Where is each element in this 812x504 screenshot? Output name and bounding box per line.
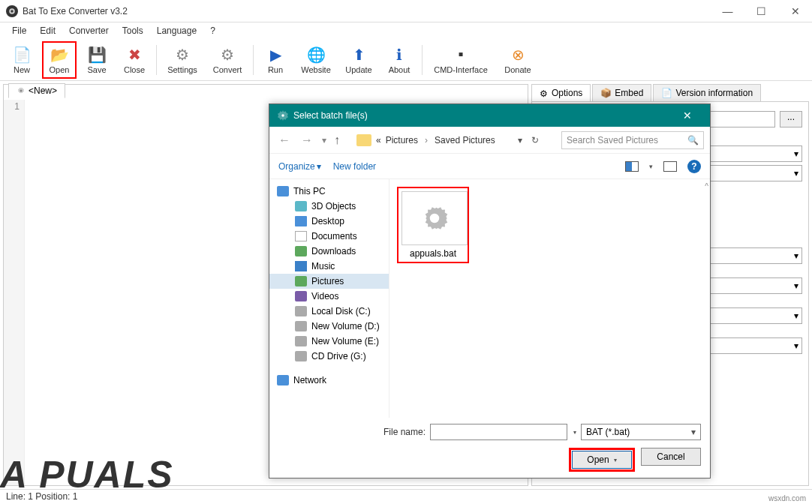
chevron-down-icon[interactable]: ▾ [649,163,653,170]
search-input[interactable]: Search Saved Pictures 🔍 [561,131,704,149]
tab-embed[interactable]: 📦Embed [592,84,651,101]
tree-label: Pictures [311,276,344,286]
tree-item-desktop[interactable]: Desktop [269,214,389,229]
dialog-close-button[interactable]: ✕ [672,110,702,122]
maximize-button[interactable]: ☐ [744,0,778,22]
open-button[interactable]: Open ▾ [572,451,632,469]
search-placeholder: Search Saved Pictures [567,135,658,146]
dialog-titlebar: Select batch file(s) ✕ [269,104,710,127]
preview-pane-button[interactable] [663,161,677,172]
tree-item-local-disk-c-[interactable]: Local Disk (C:) [269,304,389,319]
chevron-down-icon[interactable]: ▾ [573,429,576,436]
3d-icon [295,201,307,212]
dialog-toolbar: Organize ▾ New folder ▾ ? [269,154,710,179]
breadcrumb-2[interactable]: Saved Pictures [435,135,495,146]
menu-edit[interactable]: Edit [34,24,62,38]
file-type-filter[interactable]: BAT (*.bat) ▾ [581,424,701,440]
website-icon: 🌐 [307,46,325,64]
chevron-down-icon: ▾ [794,250,798,261]
view-mode-button[interactable] [625,161,639,172]
settings-icon: ⚙ [173,46,191,64]
tree-item-this-pc[interactable]: This PC [269,184,389,199]
toolbar-label: Close [124,65,145,74]
cancel-button[interactable]: Cancel [641,448,701,466]
menu-converter[interactable]: Converter [63,24,115,38]
dl-icon [295,246,307,256]
desk-icon [295,216,307,226]
back-button[interactable]: ← [275,134,293,147]
forward-button[interactable]: → [298,134,316,147]
donate-button[interactable]: ⊗Donate [498,41,538,79]
file-name: appuals.bat [410,248,456,259]
tree-item-pictures[interactable]: Pictures [269,274,389,289]
file-list[interactable]: ^ appuals.bat [389,179,710,418]
gear-icon: ⚙ [540,88,549,98]
page-icon: 📄 [661,88,672,98]
chevron-down-icon: ▾ [794,280,798,291]
drive-icon [295,321,307,332]
window-title: Bat To Exe Converter v3.2 [23,6,128,16]
browse-button[interactable]: ... [780,111,802,128]
chevron-down-icon: ▾ [794,340,798,351]
tree-item-new-volume-d-[interactable]: New Volume (D:) [269,319,389,334]
toolbar-label: Update [345,65,371,74]
net-icon [277,375,289,386]
save-button[interactable]: 💾Save [80,41,114,79]
update-button[interactable]: ⬆Update [339,41,378,79]
tree-item-documents[interactable]: Documents [269,229,389,244]
file-item[interactable]: appuals.bat [397,187,469,263]
cmd-icon: ▪ [452,46,470,64]
menu-help[interactable]: ? [204,24,221,38]
help-button[interactable]: ? [687,160,701,173]
new-button[interactable]: 📄New [5,41,39,79]
about-button[interactable]: ℹAbout [381,41,417,79]
drive-icon [295,336,307,346]
tree-label: Videos [311,291,338,302]
tree-item-cd-drive-g-[interactable]: CD Drive (G:) [269,349,389,364]
close-button[interactable]: ✖Close [117,41,152,79]
settings-button[interactable]: ⚙Settings [161,41,203,79]
minimize-button[interactable]: — [711,0,744,22]
tree-label: New Volume (D:) [311,321,380,332]
up-button[interactable]: ↑ [331,134,343,147]
line-number: 1 [14,101,20,112]
close-icon: ✖ [125,46,143,64]
path-dropdown[interactable]: ▾ [518,135,522,146]
menubar: File Edit Converter Tools Language ? [0,22,812,39]
menu-language[interactable]: Language [151,24,203,38]
organize-menu[interactable]: Organize ▾ [278,161,321,172]
tab-version[interactable]: 📄Version information [653,84,761,101]
chevron-down-icon: ▾ [691,427,696,437]
toolbar-label: Open [50,65,70,74]
tree-item-videos[interactable]: Videos [269,289,389,304]
menu-file[interactable]: File [6,24,32,38]
run-icon: ▶ [266,46,284,64]
vid-icon [295,291,307,302]
run-button[interactable]: ▶Run [258,41,293,79]
tree-item-music[interactable]: Music [269,259,389,274]
pc-icon [277,186,289,196]
close-window-button[interactable]: ✕ [778,0,812,22]
refresh-button[interactable]: ↻ [531,135,539,146]
tree-label: 3D Objects [311,201,356,212]
tree-item-3d-objects[interactable]: 3D Objects [269,199,389,214]
new-folder-button[interactable]: New folder [333,161,376,172]
website-button[interactable]: 🌐Website [296,41,336,79]
tree-item-new-volume-e-[interactable]: New Volume (E:) [269,334,389,349]
save-icon: 💾 [88,46,106,64]
cmd-interface-button[interactable]: ▪CMD-Interface [427,41,495,79]
filename-input[interactable] [430,424,567,440]
tree-item-network[interactable]: Network [269,373,389,388]
tree-item-downloads[interactable]: Downloads [269,244,389,259]
folder-tree: This PC3D ObjectsDesktopDocumentsDownloa… [269,179,389,418]
toolbar-label: New [14,65,30,74]
open-button[interactable]: 📂Open [42,41,77,79]
file-dialog: Select batch file(s) ✕ ← → ▾ ↑ « Picture… [269,104,711,478]
convert-button[interactable]: ⚙Convert [206,41,248,79]
breadcrumb-1[interactable]: Pictures [386,135,418,146]
editor-tab[interactable]: <New> [8,83,65,98]
toolbar-label: About [389,65,411,74]
menu-tools[interactable]: Tools [116,24,149,38]
tab-options[interactable]: ⚙Options [531,84,591,101]
history-dropdown[interactable]: ▾ [322,135,326,146]
